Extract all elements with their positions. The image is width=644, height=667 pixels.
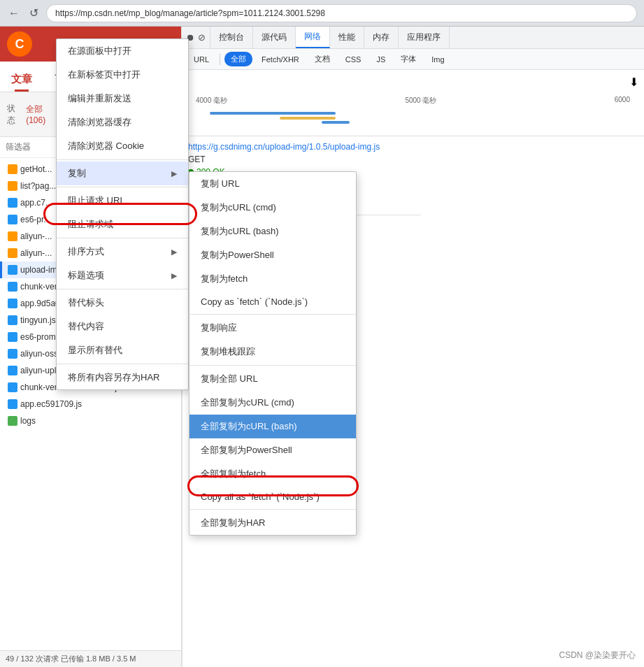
filter-doc[interactable]: 文档 [308,52,336,66]
ctx-copy[interactable]: 复制 ▶ [57,162,188,185]
ctx-block-url[interactable]: 阻止请求 URL [57,189,188,213]
tab-network[interactable]: 网络 [296,27,330,48]
timeline-axis: 4000 毫秒 5000 毫秒 6000 [182,96,644,106]
tab-sources[interactable]: 源代码 [253,27,296,48]
ctx-copy-fetch-nodejs[interactable]: Copy as `fetch` (`Node.js`) [189,291,356,313]
header-arrow: ▶ [171,271,177,280]
file-icon [8,265,17,275]
ctx-edit-resend[interactable]: 编辑并重新发送 [57,87,188,110]
ctx-copy-all-fetch-nodejs[interactable]: Copy all as `fetch` (`Node.js`) [189,486,356,508]
status-label: 状态 [7,103,17,127]
filter-all[interactable]: 全部 [224,52,252,66]
ctx-copy-curl-cmd[interactable]: 复制为cURL (cmd) [189,196,356,220]
sort-arrow: ▶ [171,248,177,257]
file-name: tingyun.js [20,315,56,325]
clear-icon[interactable]: ⊘ [198,32,206,43]
ctx-alt-content[interactable]: 替代内容 [57,315,188,338]
ctx-copy-all-curl-bash[interactable]: 全部复制为cURL (bash) [189,415,356,438]
ctx-copy-all-har[interactable]: 全部复制为HAR [189,511,356,535]
context-menu-1: 在源面板中打开 在新标签页中打开 编辑并重新发送 清除浏览器缓存 清除浏览器 C… [56,38,189,390]
file-name: aliyun-... [20,231,52,241]
tab-application[interactable]: 应用程序 [399,27,450,48]
ctx-copy-curl-bash[interactable]: 复制为cURL (bash) [189,220,356,243]
back-button[interactable]: ← [7,6,21,20]
download-icon[interactable]: ⬇ [629,76,638,89]
tab-console[interactable]: 控制台 [210,27,253,48]
browser-chrome: ← ↺ https://mp.csdn.net/mp_blog/manage/a… [0,0,644,27]
filter-fetch-xhr[interactable]: Fetch/XHR [255,53,306,66]
file-icon [8,282,17,292]
ctx-alt-header[interactable]: 替代标头 [57,291,188,315]
sub-tab-all[interactable]: 全部(106) [26,103,49,125]
download-area: ⬇ [182,70,644,94]
timeline-marker-1: 4000 毫秒 [196,96,227,106]
address-bar[interactable]: https://mp.csdn.net/mp_blog/manage/artic… [46,4,637,22]
file-icon [8,382,17,392]
ctx-copy-all-curl-cmd[interactable]: 全部复制为cURL (cmd) [189,391,356,415]
file-icon [8,198,17,208]
ctx-clear-cache[interactable]: 清除浏览器缓存 [57,110,188,134]
details-url: https://g.csdnimg.cn/upload-img/1.0.5/up… [188,142,421,152]
tab-article[interactable]: 文章 [0,67,43,92]
file-icon [8,399,17,409]
url-text: https://mp.csdn.net/mp_blog/manage/artic… [55,8,325,18]
details-method: GET [188,155,421,164]
ctx-save-har[interactable]: 将所有内容另存为HAR [57,366,188,389]
ctx-open-tab[interactable]: 在新标签页中打开 [57,63,188,87]
file-icon [8,332,17,342]
ctx-clear-cookie[interactable]: 清除浏览器 Cookie [57,134,188,158]
file-name: app.c7... [20,198,52,208]
ctx-divider-3 [57,238,188,238]
file-name: es6-pr... [20,215,50,224]
tab-memory[interactable]: 内存 [364,27,399,48]
ctx-copy-url[interactable]: 复制 URL [189,172,356,196]
ctx-copy-response[interactable]: 复制响应 [189,316,356,340]
context-menu-2: 复制 URL 复制为cURL (cmd) 复制为cURL (bash) 复制为P… [189,171,357,536]
csdn-logo: C [7,31,32,57]
file-icon [8,248,17,258]
file-icon [8,299,17,308]
ctx-sort[interactable]: 排序方式 ▶ [57,240,188,264]
refresh-button[interactable]: ↺ [27,6,41,20]
ctx-show-alt[interactable]: 显示所有替代 [57,338,188,362]
filter-css[interactable]: CSS [339,53,368,66]
filter-img[interactable]: Img [425,53,450,66]
status-bar: 49 / 132 次请求 已传输 1.8 MB / 3.5 M [0,650,181,667]
file-icon [8,164,17,174]
file-name: aliyun-... [20,248,52,258]
timeline-marker-2: 5000 毫秒 [405,96,436,106]
ctx-copy-all-powershell[interactable]: 全部复制为PowerShell [189,438,356,462]
ctx-divider-2 [57,187,188,187]
timeline-bar: 4000 毫秒 5000 毫秒 6000 [182,94,644,136]
filter-font[interactable]: 字体 [394,52,422,66]
filter-url[interactable]: URL [187,53,215,66]
timeline-marker-3: 6000 [615,96,630,106]
ctx-copy-label: 复制 [68,167,86,180]
request-count: 49 / 132 次请求 [6,654,59,663]
ctx-open-source[interactable]: 在源面板中打开 [57,39,188,63]
list-item[interactable]: app.ec591709.js [0,396,181,413]
file-icon [8,416,17,426]
ctx-divider-4 [57,289,188,289]
ctx-divider-copy-3 [189,509,356,510]
filter-separator [220,54,220,65]
ctx-header-options[interactable]: 标题选项 ▶ [57,264,188,287]
tab-performance[interactable]: 性能 [330,27,364,48]
timeline-bar-blue2 [322,121,350,124]
filter-js[interactable]: JS [370,53,392,66]
file-icon [8,181,17,191]
file-icon [8,366,17,375]
ctx-divider-copy-2 [189,365,356,366]
timeline-bar-yellow [280,117,336,120]
ctx-copy-stack[interactable]: 复制堆栈跟踪 [189,340,356,364]
filter-label: 筛选器 [6,142,31,152]
ctx-copy-fetch[interactable]: 复制为fetch [189,267,356,291]
timeline-bar-blue [210,112,336,115]
list-item[interactable]: logs [0,413,181,429]
devtools-tabs: ⏺ ⊘ 控制台 源代码 网络 性能 内存 应用程序 [182,27,644,49]
ctx-divider-copy-1 [189,314,356,315]
ctx-copy-all-fetch[interactable]: 全部复制为fetch [189,462,356,486]
ctx-copy-powershell[interactable]: 复制为PowerShell [189,243,356,267]
ctx-copy-all-url[interactable]: 复制全部 URL [189,367,356,391]
ctx-block-domain[interactable]: 阻止请求域 [57,213,188,236]
